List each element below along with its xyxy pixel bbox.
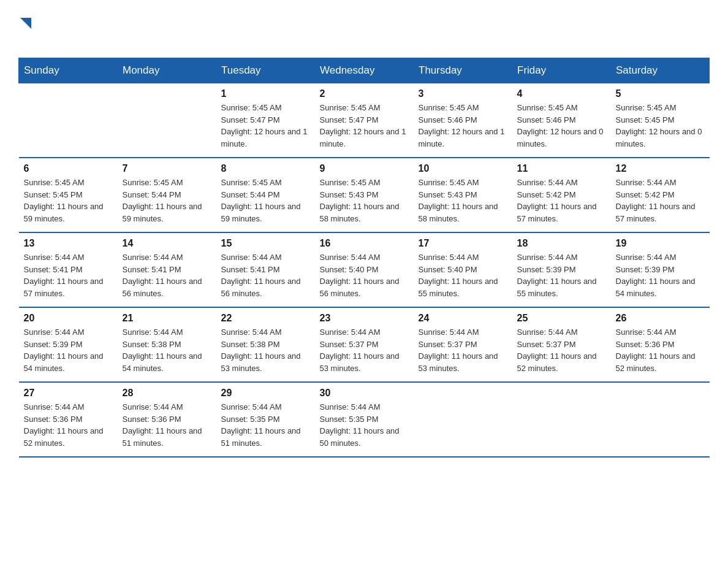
calendar-cell bbox=[414, 382, 512, 457]
calendar-cell: 28Sunrise: 5:44 AMSunset: 5:36 PMDayligh… bbox=[118, 382, 216, 457]
day-info: Sunrise: 5:44 AMSunset: 5:39 PMDaylight:… bbox=[517, 251, 606, 299]
day-number: 21 bbox=[123, 313, 211, 324]
calendar-cell: 26Sunrise: 5:44 AMSunset: 5:36 PMDayligh… bbox=[611, 307, 710, 382]
calendar-week-row: 27Sunrise: 5:44 AMSunset: 5:36 PMDayligh… bbox=[19, 382, 710, 457]
day-info: Sunrise: 5:44 AMSunset: 5:39 PMDaylight:… bbox=[24, 326, 113, 374]
calendar-cell bbox=[512, 382, 611, 457]
day-number: 1 bbox=[221, 88, 310, 99]
calendar-body: 1Sunrise: 5:45 AMSunset: 5:47 PMDaylight… bbox=[19, 83, 710, 458]
day-info: Sunrise: 5:45 AMSunset: 5:43 PMDaylight:… bbox=[419, 177, 507, 224]
weekday-header-monday: Monday bbox=[118, 58, 216, 83]
day-info: Sunrise: 5:44 AMSunset: 5:42 PMDaylight:… bbox=[616, 177, 705, 224]
day-number: 30 bbox=[320, 388, 409, 399]
calendar-cell: 30Sunrise: 5:44 AMSunset: 5:35 PMDayligh… bbox=[315, 382, 414, 457]
calendar-cell: 4Sunrise: 5:45 AMSunset: 5:46 PMDaylight… bbox=[512, 83, 611, 158]
day-info: Sunrise: 5:44 AMSunset: 5:39 PMDaylight:… bbox=[616, 251, 705, 299]
calendar-week-row: 1Sunrise: 5:45 AMSunset: 5:47 PMDaylight… bbox=[19, 83, 710, 158]
calendar-cell: 16Sunrise: 5:44 AMSunset: 5:40 PMDayligh… bbox=[315, 232, 414, 307]
day-number: 19 bbox=[616, 238, 705, 249]
day-info: Sunrise: 5:44 AMSunset: 5:41 PMDaylight:… bbox=[123, 251, 211, 299]
calendar-cell: 14Sunrise: 5:44 AMSunset: 5:41 PMDayligh… bbox=[118, 232, 216, 307]
calendar-cell: 10Sunrise: 5:45 AMSunset: 5:43 PMDayligh… bbox=[414, 158, 512, 232]
day-info: Sunrise: 5:44 AMSunset: 5:37 PMDaylight:… bbox=[517, 326, 606, 374]
day-number: 12 bbox=[616, 163, 705, 174]
calendar-cell: 20Sunrise: 5:44 AMSunset: 5:39 PMDayligh… bbox=[19, 307, 118, 382]
day-info: Sunrise: 5:44 AMSunset: 5:36 PMDaylight:… bbox=[24, 401, 113, 449]
day-number: 9 bbox=[320, 163, 409, 174]
weekday-header-saturday: Saturday bbox=[611, 58, 710, 83]
day-info: Sunrise: 5:44 AMSunset: 5:38 PMDaylight:… bbox=[123, 326, 211, 374]
day-info: Sunrise: 5:44 AMSunset: 5:42 PMDaylight:… bbox=[517, 177, 606, 224]
day-info: Sunrise: 5:45 AMSunset: 5:43 PMDaylight:… bbox=[320, 177, 409, 224]
day-number: 7 bbox=[123, 163, 211, 174]
day-number: 20 bbox=[24, 313, 113, 324]
day-number: 13 bbox=[24, 238, 113, 249]
day-number: 11 bbox=[517, 163, 606, 174]
calendar-cell: 13Sunrise: 5:44 AMSunset: 5:41 PMDayligh… bbox=[19, 232, 118, 307]
day-number: 26 bbox=[616, 313, 705, 324]
day-info: Sunrise: 5:45 AMSunset: 5:46 PMDaylight:… bbox=[517, 102, 606, 150]
calendar-cell: 1Sunrise: 5:45 AMSunset: 5:47 PMDaylight… bbox=[216, 83, 315, 158]
day-number: 3 bbox=[419, 88, 507, 99]
day-info: Sunrise: 5:45 AMSunset: 5:46 PMDaylight:… bbox=[419, 102, 507, 150]
calendar-cell: 11Sunrise: 5:44 AMSunset: 5:42 PMDayligh… bbox=[512, 158, 611, 232]
svg-marker-0 bbox=[20, 18, 31, 29]
day-number: 27 bbox=[24, 388, 113, 399]
weekday-header-wednesday: Wednesday bbox=[315, 58, 414, 83]
day-number: 28 bbox=[123, 388, 211, 399]
calendar-cell: 22Sunrise: 5:44 AMSunset: 5:38 PMDayligh… bbox=[216, 307, 315, 382]
calendar-cell: 7Sunrise: 5:45 AMSunset: 5:44 PMDaylight… bbox=[118, 158, 216, 232]
weekday-header-row: SundayMondayTuesdayWednesdayThursdayFrid… bbox=[19, 58, 710, 83]
day-info: Sunrise: 5:45 AMSunset: 5:47 PMDaylight:… bbox=[221, 102, 310, 150]
calendar-cell: 9Sunrise: 5:45 AMSunset: 5:43 PMDaylight… bbox=[315, 158, 414, 232]
calendar-cell bbox=[611, 382, 710, 457]
day-info: Sunrise: 5:45 AMSunset: 5:44 PMDaylight:… bbox=[221, 177, 310, 224]
day-number: 24 bbox=[419, 313, 507, 324]
day-number: 6 bbox=[24, 163, 113, 174]
calendar-cell: 18Sunrise: 5:44 AMSunset: 5:39 PMDayligh… bbox=[512, 232, 611, 307]
day-info: Sunrise: 5:44 AMSunset: 5:37 PMDaylight:… bbox=[419, 326, 507, 374]
calendar-cell: 2Sunrise: 5:45 AMSunset: 5:47 PMDaylight… bbox=[315, 83, 414, 158]
header bbox=[18, 12, 710, 45]
day-number: 16 bbox=[320, 238, 409, 249]
calendar-cell: 15Sunrise: 5:44 AMSunset: 5:41 PMDayligh… bbox=[216, 232, 315, 307]
calendar-cell bbox=[118, 83, 216, 158]
day-number: 8 bbox=[221, 163, 310, 174]
day-number: 18 bbox=[517, 238, 606, 249]
day-number: 10 bbox=[419, 163, 507, 174]
day-number: 14 bbox=[123, 238, 211, 249]
day-number: 15 bbox=[221, 238, 310, 249]
day-info: Sunrise: 5:44 AMSunset: 5:36 PMDaylight:… bbox=[123, 401, 211, 449]
day-info: Sunrise: 5:44 AMSunset: 5:37 PMDaylight:… bbox=[320, 326, 409, 374]
calendar-header: SundayMondayTuesdayWednesdayThursdayFrid… bbox=[19, 58, 710, 83]
weekday-header-friday: Friday bbox=[512, 58, 611, 83]
calendar-cell: 29Sunrise: 5:44 AMSunset: 5:35 PMDayligh… bbox=[216, 382, 315, 457]
day-number: 4 bbox=[517, 88, 606, 99]
calendar-cell: 8Sunrise: 5:45 AMSunset: 5:44 PMDaylight… bbox=[216, 158, 315, 232]
weekday-header-tuesday: Tuesday bbox=[216, 58, 315, 83]
day-info: Sunrise: 5:44 AMSunset: 5:35 PMDaylight:… bbox=[221, 401, 310, 449]
logo bbox=[18, 12, 31, 45]
weekday-header-thursday: Thursday bbox=[414, 58, 512, 83]
day-number: 2 bbox=[320, 88, 409, 99]
calendar-week-row: 6Sunrise: 5:45 AMSunset: 5:45 PMDaylight… bbox=[19, 158, 710, 232]
day-number: 5 bbox=[616, 88, 705, 99]
calendar-table: SundayMondayTuesdayWednesdayThursdayFrid… bbox=[18, 58, 710, 458]
logo-text bbox=[18, 12, 31, 33]
day-info: Sunrise: 5:45 AMSunset: 5:45 PMDaylight:… bbox=[24, 177, 113, 224]
day-info: Sunrise: 5:45 AMSunset: 5:44 PMDaylight:… bbox=[123, 177, 211, 224]
calendar-cell: 6Sunrise: 5:45 AMSunset: 5:45 PMDaylight… bbox=[19, 158, 118, 232]
day-number: 22 bbox=[221, 313, 310, 324]
day-info: Sunrise: 5:44 AMSunset: 5:40 PMDaylight:… bbox=[419, 251, 507, 299]
day-info: Sunrise: 5:44 AMSunset: 5:41 PMDaylight:… bbox=[24, 251, 113, 299]
weekday-header-sunday: Sunday bbox=[19, 58, 118, 83]
calendar-cell: 27Sunrise: 5:44 AMSunset: 5:36 PMDayligh… bbox=[19, 382, 118, 457]
calendar-cell: 21Sunrise: 5:44 AMSunset: 5:38 PMDayligh… bbox=[118, 307, 216, 382]
day-number: 29 bbox=[221, 388, 310, 399]
day-info: Sunrise: 5:44 AMSunset: 5:40 PMDaylight:… bbox=[320, 251, 409, 299]
calendar-cell: 19Sunrise: 5:44 AMSunset: 5:39 PMDayligh… bbox=[611, 232, 710, 307]
calendar-cell bbox=[19, 83, 118, 158]
calendar-week-row: 13Sunrise: 5:44 AMSunset: 5:41 PMDayligh… bbox=[19, 232, 710, 307]
calendar-cell: 23Sunrise: 5:44 AMSunset: 5:37 PMDayligh… bbox=[315, 307, 414, 382]
calendar-cell: 5Sunrise: 5:45 AMSunset: 5:45 PMDaylight… bbox=[611, 83, 710, 158]
